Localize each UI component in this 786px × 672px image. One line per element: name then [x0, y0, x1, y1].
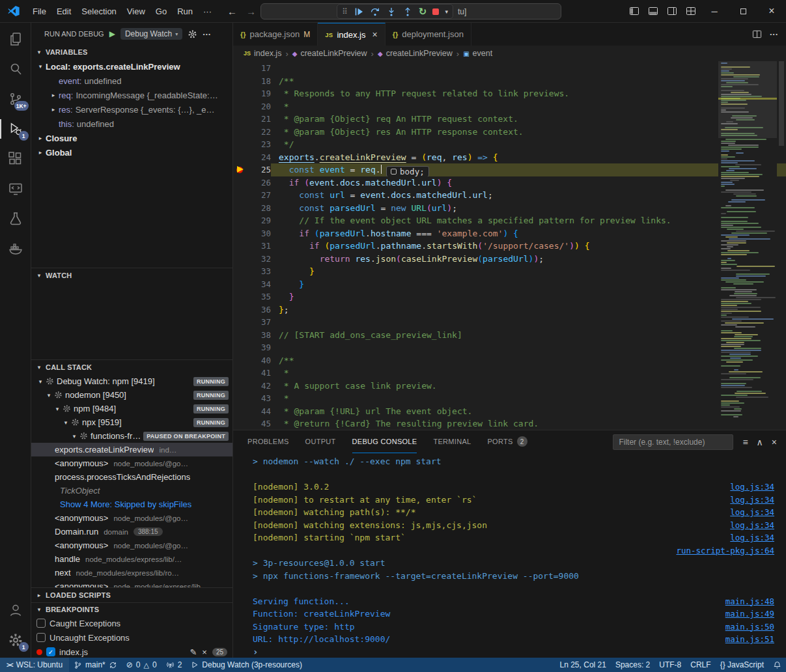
- loaded-scripts-header[interactable]: ▸ LOADED SCRIPTS: [31, 588, 232, 602]
- code-line[interactable]: 35 }: [233, 290, 786, 303]
- call-stack-frame[interactable]: <anonymous>node_modules/@go…: [31, 511, 232, 525]
- source-link[interactable]: main.js:50: [725, 621, 774, 634]
- code-line[interactable]: 17: [233, 62, 786, 75]
- breakpoint-row[interactable]: Uncaught Exceptions: [31, 630, 232, 645]
- status-encoding[interactable]: UTF-8: [654, 658, 686, 672]
- editor-scrollbar[interactable]: [777, 61, 786, 430]
- code-editor[interactable]: 1718/**19 * Responds to any HTTP request…: [233, 61, 786, 430]
- gutter-glyph-margin[interactable]: [233, 405, 247, 418]
- status-cursor-position[interactable]: Ln 25, Col 21: [555, 658, 611, 672]
- code-line[interactable]: 22 * @param {Object} res An HTTP respons…: [233, 126, 786, 139]
- call-stack-frame[interactable]: Domain.rundomain388:15: [31, 525, 232, 539]
- activity-explorer[interactable]: [0, 24, 31, 54]
- menu-go[interactable]: Go: [150, 5, 172, 18]
- toggle-sidebar-icon[interactable]: [625, 0, 643, 22]
- call-stack-frame[interactable]: TickObject: [31, 484, 232, 497]
- call-stack-frame[interactable]: process.processTicksAndRejections: [31, 470, 232, 484]
- sync-icon[interactable]: [109, 661, 117, 669]
- gutter-glyph-margin[interactable]: [233, 189, 247, 202]
- menu-edit[interactable]: Edit: [51, 5, 76, 18]
- code-line[interactable]: 33 }: [233, 265, 786, 278]
- source-link[interactable]: log.js:34: [730, 494, 774, 507]
- code-line[interactable]: 23 */: [233, 138, 786, 151]
- gutter-glyph-margin[interactable]: [233, 341, 247, 354]
- activity-search[interactable]: [0, 54, 31, 84]
- code-line[interactable]: 40/**: [233, 354, 786, 367]
- gutter-glyph-margin[interactable]: [233, 367, 247, 380]
- variable-row[interactable]: ▸Closure: [31, 131, 232, 145]
- chevron-down-icon[interactable]: ▾: [35, 63, 46, 70]
- code-line[interactable]: 41 *: [233, 367, 786, 380]
- call-stack-session[interactable]: ▾npm [9484]RUNNING: [31, 402, 232, 415]
- code-line[interactable]: 42 * A support case link preview.: [233, 380, 786, 393]
- chevron-right-icon[interactable]: ▸: [35, 149, 46, 156]
- continue-button[interactable]: [354, 7, 364, 17]
- code-line[interactable]: 38// [START add_ons_case_preview_link]: [233, 329, 786, 342]
- forward-button[interactable]: →: [246, 6, 256, 17]
- close-button[interactable]: ×: [757, 0, 786, 22]
- drag-grip-icon[interactable]: ⠿: [342, 8, 348, 16]
- menu-[interactable]: ···: [198, 5, 217, 18]
- chevron-down-icon[interactable]: ▾: [69, 433, 79, 440]
- menu-file[interactable]: File: [27, 5, 51, 18]
- chevron-down-icon[interactable]: ▾: [61, 419, 71, 426]
- panel-tab-problems[interactable]: PROBLEMS: [247, 430, 289, 453]
- gutter-glyph-margin[interactable]: [233, 354, 247, 367]
- sidebar-more-actions-icon[interactable]: ···: [203, 29, 211, 39]
- status-debug-session[interactable]: Debug Watch (3p-resources): [186, 658, 307, 672]
- call-stack-frame[interactable]: handlenode_modules/express/lib/…: [31, 552, 232, 566]
- variable-row[interactable]: ▸req:IncomingMessage {_readableState:…: [31, 88, 232, 102]
- breadcrumb-item-createLinkPreview[interactable]: ◆createLinkPreview: [378, 49, 453, 58]
- debug-settings-gear-icon[interactable]: [188, 29, 197, 39]
- call-stack-frame[interactable]: <anonymous>node_modules/@go…: [31, 539, 232, 552]
- code-line[interactable]: 27 const url = event.docs.matchedUrl.url…: [233, 189, 786, 202]
- breakpoints-header[interactable]: ▾ BREAKPOINTS: [31, 603, 232, 616]
- filter-output-icon[interactable]: ≡: [742, 437, 748, 447]
- breadcrumb-item-createLinkPreview[interactable]: ◆createLinkPreview: [292, 49, 367, 58]
- remove-breakpoint-icon[interactable]: ×: [202, 647, 207, 657]
- source-link[interactable]: main.js:51: [725, 633, 774, 646]
- tab-index-js[interactable]: JSindex.js×: [318, 23, 386, 46]
- close-panel-icon[interactable]: ×: [772, 437, 777, 447]
- gutter-glyph-margin[interactable]: [233, 176, 247, 189]
- gutter-glyph-margin[interactable]: [233, 113, 247, 126]
- breakpoint-checkbox[interactable]: ✓: [46, 647, 55, 656]
- gutter-glyph-margin[interactable]: [233, 163, 247, 176]
- show-more-link[interactable]: Show 4 More: Skipped by skipFiles: [60, 499, 191, 509]
- code-line[interactable]: 37: [233, 316, 786, 329]
- stop-button[interactable]: [432, 8, 439, 15]
- gutter-glyph-margin[interactable]: [233, 380, 247, 393]
- gutter-glyph-margin[interactable]: [233, 240, 247, 253]
- gutter-glyph-margin[interactable]: [233, 151, 247, 164]
- status-notifications[interactable]: [768, 658, 786, 672]
- gutter-glyph-margin[interactable]: [233, 265, 247, 278]
- debug-toolbar-more-icon[interactable]: ▾: [445, 8, 448, 15]
- gutter-glyph-margin[interactable]: [233, 75, 247, 88]
- code-line[interactable]: 21 * @param {Object} req An HTTP request…: [233, 113, 786, 126]
- customize-layout-icon[interactable]: [681, 0, 700, 22]
- call-stack-session[interactable]: ▾Debug Watch: npm [9419]RUNNING: [31, 374, 232, 388]
- menu-run[interactable]: Run: [172, 5, 198, 18]
- variable-row[interactable]: ▾Local: exports.createLinkPreview: [31, 59, 232, 74]
- step-out-button[interactable]: [402, 7, 413, 17]
- breadcrumb-item-index-js[interactable]: JSindex.js: [244, 49, 281, 58]
- tab-deployment-json[interactable]: {}deployment.json: [386, 23, 471, 46]
- source-link[interactable]: log.js:34: [730, 531, 774, 544]
- close-tab-icon[interactable]: ×: [372, 29, 378, 40]
- status-language-mode[interactable]: {} JavaScript: [716, 658, 768, 672]
- panel-tab-terminal[interactable]: TERMINAL: [433, 430, 471, 453]
- source-link[interactable]: log.js:34: [730, 481, 774, 494]
- breakpoint-checkbox[interactable]: [36, 633, 46, 642]
- variable-row[interactable]: event:undefined: [31, 74, 232, 88]
- step-over-button[interactable]: [370, 7, 380, 17]
- chevron-right-icon[interactable]: ▸: [35, 135, 46, 141]
- restart-button[interactable]: ↻: [419, 7, 427, 16]
- status-eol[interactable]: CRLF: [686, 658, 715, 672]
- gutter-glyph-margin[interactable]: [233, 62, 247, 75]
- gutter-glyph-margin[interactable]: [233, 227, 247, 240]
- code-line[interactable]: 45 * @return {!Card} The resulting previ…: [233, 417, 786, 430]
- console-input-row[interactable]: ›: [233, 646, 786, 658]
- call-stack-frame[interactable]: <anonymous>node_modules/@go…: [31, 456, 232, 470]
- split-editor-icon[interactable]: [752, 29, 762, 39]
- gutter-glyph-margin[interactable]: [233, 138, 247, 151]
